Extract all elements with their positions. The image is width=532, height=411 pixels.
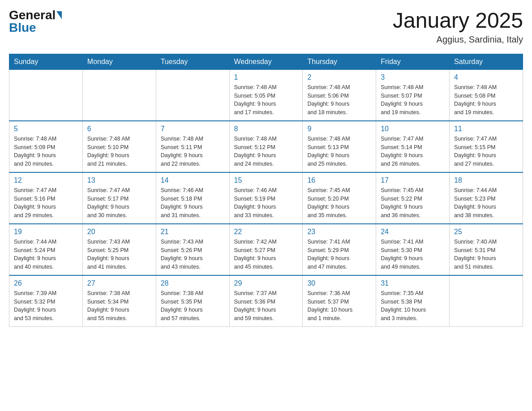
day-number: 31 — [381, 279, 445, 287]
day-number: 25 — [454, 228, 518, 236]
day-header-monday: Monday — [82, 54, 156, 69]
day-number: 12 — [14, 176, 78, 184]
day-info: Sunrise: 7:48 AM Sunset: 5:07 PM Dayligh… — [381, 83, 445, 117]
day-info: Sunrise: 7:44 AM Sunset: 5:23 PM Dayligh… — [454, 186, 518, 220]
calendar-week-row: 26Sunrise: 7:39 AM Sunset: 5:32 PM Dayli… — [9, 275, 523, 327]
day-header-wednesday: Wednesday — [229, 54, 303, 69]
day-number: 9 — [307, 125, 371, 133]
day-info: Sunrise: 7:48 AM Sunset: 5:11 PM Dayligh… — [161, 135, 225, 168]
calendar-cell: 21Sunrise: 7:43 AM Sunset: 5:26 PM Dayli… — [156, 224, 229, 275]
day-info: Sunrise: 7:38 AM Sunset: 5:34 PM Dayligh… — [87, 289, 151, 323]
day-number: 27 — [87, 279, 151, 287]
calendar-cell: 8Sunrise: 7:48 AM Sunset: 5:12 PM Daylig… — [229, 121, 303, 172]
day-number: 11 — [454, 125, 518, 133]
day-info: Sunrise: 7:46 AM Sunset: 5:18 PM Dayligh… — [161, 186, 225, 220]
day-info: Sunrise: 7:48 AM Sunset: 5:13 PM Dayligh… — [307, 135, 371, 168]
calendar-cell: 17Sunrise: 7:45 AM Sunset: 5:22 PM Dayli… — [376, 172, 450, 224]
calendar-cell: 10Sunrise: 7:47 AM Sunset: 5:14 PM Dayli… — [376, 121, 450, 172]
day-info: Sunrise: 7:43 AM Sunset: 5:25 PM Dayligh… — [87, 238, 151, 271]
calendar-header-row: SundayMondayTuesdayWednesdayThursdayFrid… — [9, 54, 523, 69]
day-info: Sunrise: 7:46 AM Sunset: 5:19 PM Dayligh… — [234, 186, 298, 220]
day-number: 15 — [234, 176, 298, 184]
day-info: Sunrise: 7:38 AM Sunset: 5:35 PM Dayligh… — [161, 289, 225, 323]
day-info: Sunrise: 7:48 AM Sunset: 5:06 PM Dayligh… — [307, 83, 371, 117]
day-number: 14 — [161, 176, 225, 184]
day-number: 4 — [454, 73, 518, 81]
day-number: 30 — [307, 279, 371, 287]
calendar-week-row: 1Sunrise: 7:48 AM Sunset: 5:05 PM Daylig… — [9, 69, 523, 121]
day-info: Sunrise: 7:47 AM Sunset: 5:16 PM Dayligh… — [14, 186, 78, 220]
calendar-cell: 15Sunrise: 7:46 AM Sunset: 5:19 PM Dayli… — [229, 172, 303, 224]
logo-blue-text: Blue — [9, 21, 36, 34]
title-section: January 2025 Aggius, Sardinia, Italy — [393, 9, 523, 45]
calendar-cell: 27Sunrise: 7:38 AM Sunset: 5:34 PM Dayli… — [82, 275, 156, 327]
day-number: 3 — [381, 73, 445, 81]
page-header: General Blue January 2025 Aggius, Sardin… — [9, 9, 523, 45]
calendar-cell: 23Sunrise: 7:41 AM Sunset: 5:29 PM Dayli… — [303, 224, 376, 275]
day-number: 21 — [161, 228, 225, 236]
day-number: 6 — [87, 125, 151, 133]
day-info: Sunrise: 7:45 AM Sunset: 5:20 PM Dayligh… — [307, 186, 371, 220]
day-number: 16 — [307, 176, 371, 184]
day-number: 2 — [307, 73, 371, 81]
day-number: 20 — [87, 228, 151, 236]
day-info: Sunrise: 7:47 AM Sunset: 5:17 PM Dayligh… — [87, 186, 151, 220]
day-info: Sunrise: 7:47 AM Sunset: 5:14 PM Dayligh… — [381, 135, 445, 168]
day-info: Sunrise: 7:48 AM Sunset: 5:09 PM Dayligh… — [14, 135, 78, 168]
day-number: 13 — [87, 176, 151, 184]
calendar-cell: 20Sunrise: 7:43 AM Sunset: 5:25 PM Dayli… — [82, 224, 156, 275]
calendar-cell — [450, 275, 523, 327]
calendar-cell: 13Sunrise: 7:47 AM Sunset: 5:17 PM Dayli… — [82, 172, 156, 224]
calendar-cell: 2Sunrise: 7:48 AM Sunset: 5:06 PM Daylig… — [303, 69, 376, 121]
calendar-table: SundayMondayTuesdayWednesdayThursdayFrid… — [9, 54, 523, 327]
day-info: Sunrise: 7:36 AM Sunset: 5:37 PM Dayligh… — [307, 289, 371, 323]
day-number: 19 — [14, 228, 78, 236]
calendar-cell: 28Sunrise: 7:38 AM Sunset: 5:35 PM Dayli… — [156, 275, 229, 327]
calendar-week-row: 5Sunrise: 7:48 AM Sunset: 5:09 PM Daylig… — [9, 121, 523, 172]
calendar-cell: 6Sunrise: 7:48 AM Sunset: 5:10 PM Daylig… — [82, 121, 156, 172]
day-number: 8 — [234, 125, 298, 133]
month-title: January 2025 — [393, 9, 523, 33]
day-header-sunday: Sunday — [9, 54, 83, 69]
day-number: 5 — [14, 125, 78, 133]
calendar-cell: 14Sunrise: 7:46 AM Sunset: 5:18 PM Dayli… — [156, 172, 229, 224]
calendar-cell: 12Sunrise: 7:47 AM Sunset: 5:16 PM Dayli… — [9, 172, 83, 224]
calendar-cell: 9Sunrise: 7:48 AM Sunset: 5:13 PM Daylig… — [303, 121, 376, 172]
day-info: Sunrise: 7:39 AM Sunset: 5:32 PM Dayligh… — [14, 289, 78, 323]
calendar-cell: 24Sunrise: 7:41 AM Sunset: 5:30 PM Dayli… — [376, 224, 450, 275]
calendar-cell: 18Sunrise: 7:44 AM Sunset: 5:23 PM Dayli… — [450, 172, 523, 224]
calendar-cell: 19Sunrise: 7:44 AM Sunset: 5:24 PM Dayli… — [9, 224, 83, 275]
calendar-cell: 11Sunrise: 7:47 AM Sunset: 5:15 PM Dayli… — [450, 121, 523, 172]
day-number: 26 — [14, 279, 78, 287]
day-number: 1 — [234, 73, 298, 81]
calendar-cell: 29Sunrise: 7:37 AM Sunset: 5:36 PM Dayli… — [229, 275, 303, 327]
day-info: Sunrise: 7:41 AM Sunset: 5:30 PM Dayligh… — [381, 238, 445, 271]
calendar-cell — [82, 69, 156, 121]
day-number: 24 — [381, 228, 445, 236]
calendar-cell: 25Sunrise: 7:40 AM Sunset: 5:31 PM Dayli… — [450, 224, 523, 275]
day-info: Sunrise: 7:48 AM Sunset: 5:05 PM Dayligh… — [234, 83, 298, 117]
calendar-cell: 31Sunrise: 7:35 AM Sunset: 5:38 PM Dayli… — [376, 275, 450, 327]
calendar-week-row: 12Sunrise: 7:47 AM Sunset: 5:16 PM Dayli… — [9, 172, 523, 224]
calendar-cell: 3Sunrise: 7:48 AM Sunset: 5:07 PM Daylig… — [376, 69, 450, 121]
day-number: 7 — [161, 125, 225, 133]
day-header-tuesday: Tuesday — [156, 54, 229, 69]
day-number: 28 — [161, 279, 225, 287]
calendar-cell: 30Sunrise: 7:36 AM Sunset: 5:37 PM Dayli… — [303, 275, 376, 327]
logo-arrow-icon — [56, 11, 62, 19]
day-number: 23 — [307, 228, 371, 236]
calendar-cell: 5Sunrise: 7:48 AM Sunset: 5:09 PM Daylig… — [9, 121, 83, 172]
calendar-cell: 16Sunrise: 7:45 AM Sunset: 5:20 PM Dayli… — [303, 172, 376, 224]
day-info: Sunrise: 7:43 AM Sunset: 5:26 PM Dayligh… — [161, 238, 225, 271]
calendar-cell — [9, 69, 83, 121]
day-info: Sunrise: 7:48 AM Sunset: 5:08 PM Dayligh… — [454, 83, 518, 117]
calendar-cell: 1Sunrise: 7:48 AM Sunset: 5:05 PM Daylig… — [229, 69, 303, 121]
day-info: Sunrise: 7:35 AM Sunset: 5:38 PM Dayligh… — [381, 289, 445, 323]
calendar-week-row: 19Sunrise: 7:44 AM Sunset: 5:24 PM Dayli… — [9, 224, 523, 275]
day-info: Sunrise: 7:37 AM Sunset: 5:36 PM Dayligh… — [234, 289, 298, 323]
calendar-cell: 7Sunrise: 7:48 AM Sunset: 5:11 PM Daylig… — [156, 121, 229, 172]
day-number: 29 — [234, 279, 298, 287]
calendar-cell — [156, 69, 229, 121]
day-info: Sunrise: 7:40 AM Sunset: 5:31 PM Dayligh… — [454, 238, 518, 271]
day-header-thursday: Thursday — [303, 54, 376, 69]
